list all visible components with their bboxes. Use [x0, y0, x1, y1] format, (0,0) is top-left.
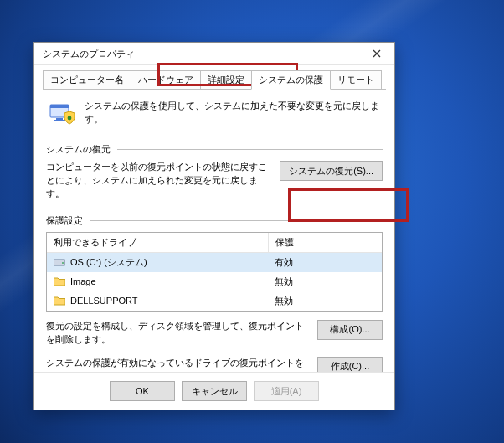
folder-icon: [54, 296, 65, 306]
svg-rect-4: [56, 118, 63, 120]
tab-hardware[interactable]: ハードウェア: [131, 70, 201, 90]
drive-status: 無効: [268, 274, 409, 290]
system-restore-group: システムの復元 コンピューターを以前の復元ポイントの状態に戻すことにより、システ…: [46, 143, 383, 201]
col-drive: 利用できるドライブ: [47, 233, 269, 252]
dialog-buttons: OK キャンセル 適用(A): [34, 372, 394, 410]
folder-icon: [54, 276, 65, 286]
close-button[interactable]: [364, 45, 389, 62]
drive-name: DELLSUPPORT: [70, 296, 138, 306]
cancel-button[interactable]: キャンセル: [182, 381, 247, 401]
restore-desc: コンピューターを以前の復元ポイントの状態に戻すことにより、システムに加えられた変…: [46, 161, 271, 201]
tab-computer-name[interactable]: コンピューター名: [43, 70, 131, 90]
disk-icon: [54, 257, 65, 267]
desktop-background: システムのプロパティ コンピューター名 ハードウェア 詳細設定 システムの保護 …: [0, 0, 504, 443]
drive-status: 無効: [268, 293, 409, 309]
drive-name: Image: [70, 276, 96, 286]
ok-button[interactable]: OK: [110, 381, 175, 401]
system-restore-button[interactable]: システムの復元(S)...: [280, 161, 383, 181]
svg-rect-7: [54, 260, 65, 265]
shield-monitor-icon: [48, 100, 76, 128]
restore-heading: システムの復元: [46, 143, 111, 156]
configure-button[interactable]: 構成(O)...: [317, 320, 383, 340]
close-icon: [373, 49, 381, 58]
system-properties-dialog: システムのプロパティ コンピューター名 ハードウェア 詳細設定 システムの保護 …: [33, 42, 395, 410]
list-row[interactable]: DELLSUPPORT 無効: [47, 291, 382, 311]
tab-pane: システムの保護を使用して、システムに加えた不要な変更を元に戻します。 システムの…: [34, 90, 394, 397]
list-row[interactable]: Image 無効: [47, 272, 382, 291]
drive-name: OS (C:) (システム): [70, 256, 147, 269]
configure-desc: 復元の設定を構成し、ディスク領域を管理して、復元ポイントを削除します。: [46, 320, 309, 347]
list-row[interactable]: OS (C:) (システム) 有効: [47, 253, 382, 272]
col-protection: 保護: [269, 233, 409, 252]
dialog-title: システムのプロパティ: [43, 48, 135, 60]
apply-button: 適用(A): [254, 381, 319, 401]
titlebar: システムのプロパティ: [34, 43, 394, 65]
list-header: 利用できるドライブ 保護: [47, 233, 382, 253]
drives-listbox[interactable]: 利用できるドライブ 保護 OS (C:) (システム) 有効: [46, 232, 383, 312]
tab-advanced[interactable]: 詳細設定: [200, 70, 252, 90]
tab-system-protection[interactable]: システムの保護: [251, 70, 331, 90]
drive-status: 有効: [268, 255, 409, 270]
tabbar: コンピューター名 ハードウェア 詳細設定 システムの保護 リモート: [43, 70, 386, 90]
protection-heading: 保護設定: [46, 214, 83, 227]
intro-row: システムの保護を使用して、システムに加えた不要な変更を元に戻します。: [46, 96, 383, 140]
svg-point-6: [68, 116, 72, 121]
tab-remote[interactable]: リモート: [330, 70, 382, 90]
svg-rect-3: [50, 105, 69, 108]
svg-rect-5: [54, 120, 65, 121]
intro-text: システムの保護を使用して、システムに加えた不要な変更を元に戻します。: [85, 100, 381, 128]
svg-point-8: [62, 262, 64, 264]
protection-settings-group: 保護設定 利用できるドライブ 保護 OS (C:) (システム): [46, 214, 383, 384]
